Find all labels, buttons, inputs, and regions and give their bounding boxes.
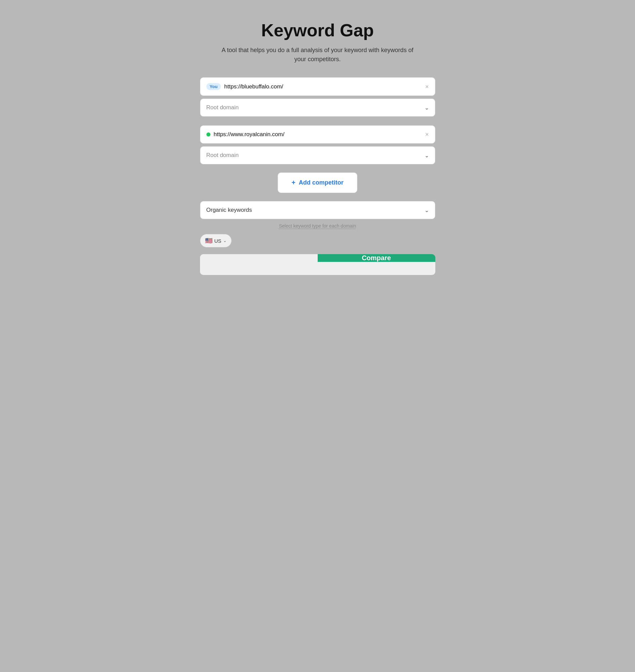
page-subtitle: A tool that helps you do a full analysis… xyxy=(217,46,418,64)
keyword-type-label: Organic keywords xyxy=(206,207,252,214)
root-domain-dropdown-1[interactable]: Root domain ⌄ xyxy=(200,99,435,117)
you-url-text: https://bluebuffalo.com/ xyxy=(224,83,422,90)
chevron-down-icon-1: ⌄ xyxy=(424,105,429,111)
locale-chevron-icon: ⌄ xyxy=(223,238,226,243)
add-competitor-button[interactable]: + Add competitor xyxy=(278,172,357,193)
competitor-input-group: https://www.royalcanin.com/ × Root domai… xyxy=(200,125,435,165)
compare-btn-right: Compare xyxy=(318,254,435,262)
keyword-type-group: Organic keywords ⌄ xyxy=(200,201,435,219)
plus-icon: + xyxy=(291,179,295,187)
select-hint-text: Select keyword type for each domain xyxy=(279,223,356,229)
locale-selector[interactable]: 🇺🇸 US ⌄ xyxy=(200,234,232,247)
root-domain-dropdown-2[interactable]: Root domain ⌄ xyxy=(200,146,435,165)
you-input-group: You https://bluebuffalo.com/ × Root doma… xyxy=(200,77,435,117)
chevron-down-icon-3: ⌄ xyxy=(424,207,429,214)
keyword-type-dropdown[interactable]: Organic keywords ⌄ xyxy=(200,201,435,219)
you-url-box[interactable]: You https://bluebuffalo.com/ × xyxy=(200,77,435,96)
chevron-down-icon-2: ⌄ xyxy=(424,152,429,159)
flag-icon: 🇺🇸 xyxy=(205,237,213,244)
you-badge: You xyxy=(206,83,221,90)
page-title: Keyword Gap xyxy=(261,20,374,40)
add-competitor-label: Add competitor xyxy=(299,179,344,186)
green-dot-icon xyxy=(206,132,211,136)
compare-button-label: Compare xyxy=(362,254,391,262)
competitor-url-text: https://www.royalcanin.com/ xyxy=(214,131,422,138)
competitor-url-box[interactable]: https://www.royalcanin.com/ × xyxy=(200,125,435,144)
you-close-icon[interactable]: × xyxy=(425,84,429,90)
root-domain-label-2: Root domain xyxy=(206,152,239,159)
root-domain-label-1: Root domain xyxy=(206,104,239,111)
locale-code: US xyxy=(215,238,221,244)
main-container: Keyword Gap A tool that helps you do a f… xyxy=(200,20,435,275)
compare-button[interactable]: Compare xyxy=(200,254,435,275)
competitor-close-icon[interactable]: × xyxy=(425,131,429,137)
